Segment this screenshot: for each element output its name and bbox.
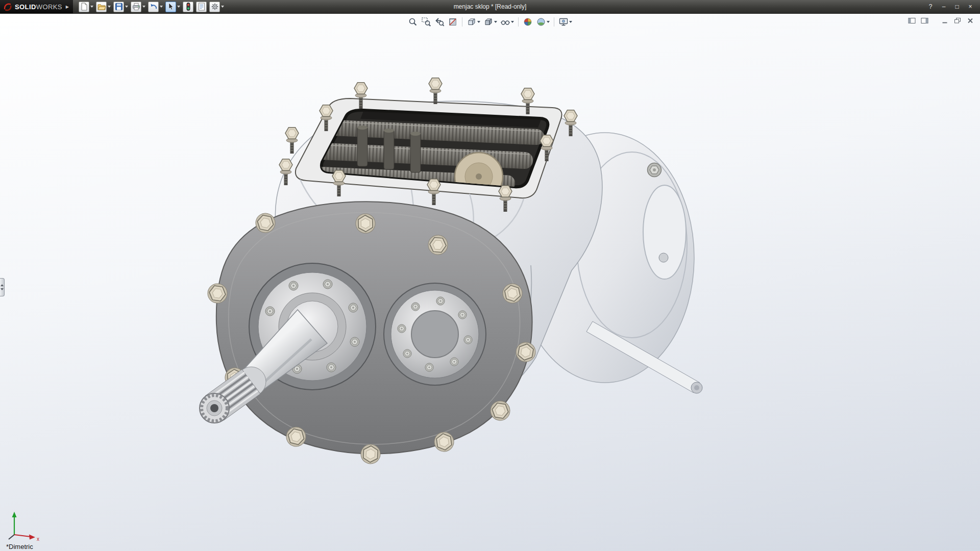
previous-view-icon	[434, 17, 445, 27]
display-style-icon	[483, 17, 494, 27]
open-folder-icon	[96, 2, 107, 12]
solidworks-logo-icon	[3, 2, 12, 11]
select-dropdown-icon[interactable]	[177, 6, 180, 8]
hide-show-items-icon	[500, 17, 510, 27]
file-properties-button[interactable]	[195, 1, 207, 13]
y-axis-arrow	[12, 512, 17, 517]
undo-dropdown-icon[interactable]	[160, 6, 163, 8]
open-button[interactable]	[95, 1, 111, 13]
select-cursor-icon	[165, 2, 176, 12]
output-cover-boss[interactable]	[384, 283, 486, 385]
display-style-dropdown-icon[interactable]	[494, 21, 497, 23]
save-dropdown-icon[interactable]	[125, 6, 128, 8]
view-settings-button[interactable]	[557, 16, 573, 28]
zoom-to-area-icon	[421, 17, 431, 27]
feature-pane-toggle-button[interactable]	[907, 17, 916, 24]
x-axis-arrow	[29, 535, 35, 540]
minimize-button[interactable]: –	[938, 2, 949, 12]
new-document-icon	[79, 2, 89, 12]
print-icon	[131, 2, 141, 12]
options-button[interactable]	[209, 1, 225, 13]
feature-tree-splitter-handle[interactable]	[0, 278, 5, 296]
toolbar-separator	[462, 17, 462, 27]
titlebar: SOLIDWORKS ▶	[0, 0, 980, 14]
undo-icon	[148, 2, 159, 12]
doc-minimize-button[interactable]	[940, 17, 949, 24]
hide-show-items-button[interactable]	[499, 16, 515, 28]
reference-triad: x	[4, 507, 44, 543]
save-floppy-icon	[113, 2, 124, 12]
select-tool-button[interactable]	[165, 1, 181, 13]
apply-scene-button[interactable]	[535, 16, 551, 28]
section-view-icon	[448, 17, 458, 27]
print-button[interactable]	[130, 1, 146, 13]
section-view-button[interactable]	[447, 16, 459, 28]
gearbox-model[interactable]	[0, 14, 980, 551]
view-orientation-dropdown-icon[interactable]	[477, 21, 480, 23]
display-pane-toggle-icon	[921, 17, 928, 24]
toolbar-separator	[518, 17, 519, 27]
save-button[interactable]	[113, 1, 129, 13]
splitter-up-arrow-icon	[1, 284, 4, 286]
apply-scene-icon	[536, 17, 546, 27]
edit-appearance-button[interactable]	[522, 16, 534, 28]
doc-restore-icon	[954, 17, 961, 24]
doc-restore-button[interactable]	[953, 17, 962, 24]
print-dropdown-icon[interactable]	[142, 6, 145, 8]
rebuild-button[interactable]	[182, 1, 194, 13]
zoom-to-area-button[interactable]	[420, 16, 432, 28]
document-window-controls	[907, 17, 975, 24]
splitter-down-arrow-icon	[1, 288, 4, 290]
doc-close-icon	[967, 17, 974, 24]
graphics-viewport[interactable]: x *Dimetric	[0, 14, 980, 551]
heads-up-view-toolbar	[407, 16, 573, 28]
undo-button[interactable]	[148, 1, 163, 13]
window-controls: ? – □ ×	[925, 2, 980, 12]
view-settings-icon	[558, 17, 569, 27]
new-document-dropdown-icon[interactable]	[90, 6, 93, 8]
hide-show-dropdown-icon[interactable]	[511, 21, 514, 23]
options-dropdown-icon[interactable]	[221, 6, 224, 8]
logo-expand-arrow-icon[interactable]: ▶	[66, 5, 69, 9]
doc-minimize-icon	[941, 17, 948, 24]
rebuild-stoplight-icon	[183, 2, 193, 12]
toolbar-separator	[554, 17, 554, 27]
view-orientation-button[interactable]	[465, 16, 481, 28]
doc-close-button[interactable]	[966, 17, 975, 24]
apply-scene-dropdown-icon[interactable]	[547, 21, 550, 23]
main-toolbar	[73, 1, 230, 13]
x-axis-label: x	[37, 536, 39, 542]
view-orientation-label: *Dimetric	[6, 543, 33, 550]
edit-appearance-icon	[523, 17, 533, 27]
help-button[interactable]: ?	[925, 2, 936, 12]
open-dropdown-icon[interactable]	[108, 6, 111, 8]
view-orientation-cube-icon	[467, 17, 477, 27]
new-document-button[interactable]	[78, 1, 94, 13]
previous-view-button[interactable]	[433, 16, 446, 28]
zoom-to-fit-button[interactable]	[407, 16, 419, 28]
close-button[interactable]: ×	[965, 2, 976, 12]
feature-pane-toggle-icon	[908, 17, 916, 24]
solidworks-logo: SOLIDWORKS ▶	[0, 0, 73, 13]
view-settings-dropdown-icon[interactable]	[569, 21, 572, 23]
display-pane-toggle-button[interactable]	[920, 17, 929, 24]
maximize-button[interactable]: □	[951, 2, 963, 12]
display-style-button[interactable]	[482, 16, 498, 28]
file-properties-icon	[196, 2, 207, 12]
options-gear-icon	[209, 2, 220, 12]
zoom-to-fit-icon	[408, 17, 418, 27]
solidworks-wordmark: SOLIDWORKS	[15, 3, 62, 11]
